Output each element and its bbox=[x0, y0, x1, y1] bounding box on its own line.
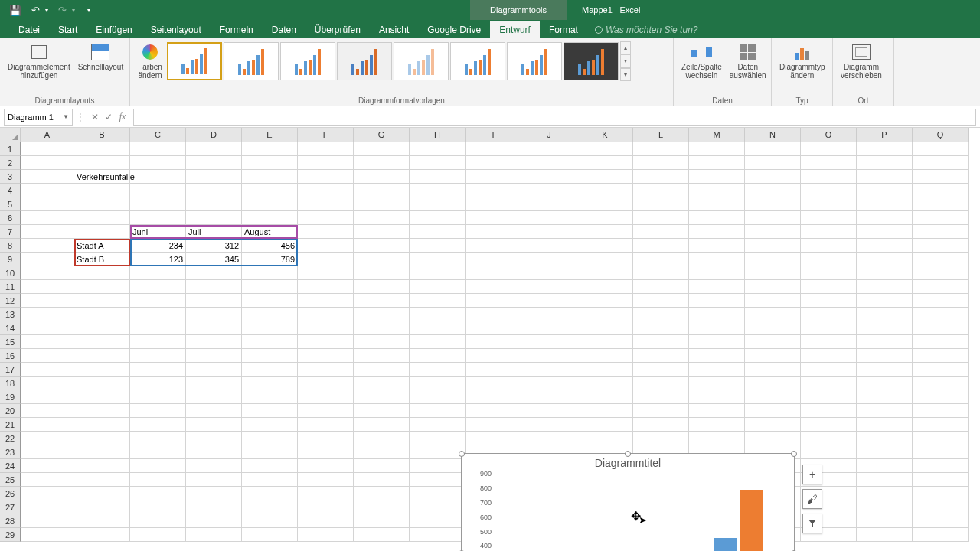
cell[interactable] bbox=[130, 390, 186, 404]
cell[interactable] bbox=[410, 377, 466, 390]
cell[interactable] bbox=[801, 308, 857, 321]
cell[interactable] bbox=[577, 211, 633, 225]
cell[interactable] bbox=[801, 184, 857, 197]
tell-me-search[interactable]: Was möchten Sie tun? bbox=[587, 21, 706, 38]
cell[interactable] bbox=[74, 197, 130, 211]
cell[interactable] bbox=[521, 432, 577, 445]
cell[interactable] bbox=[913, 418, 969, 432]
column-header[interactable]: O bbox=[801, 128, 857, 142]
cell[interactable] bbox=[130, 308, 186, 321]
cell[interactable] bbox=[521, 211, 577, 225]
cell[interactable] bbox=[913, 432, 969, 445]
cell[interactable] bbox=[21, 335, 74, 349]
cell[interactable] bbox=[298, 390, 354, 404]
cell[interactable] bbox=[857, 184, 913, 197]
cell[interactable] bbox=[130, 211, 186, 225]
cell[interactable] bbox=[298, 363, 354, 377]
cell[interactable] bbox=[354, 308, 410, 321]
gallery-scroll-down-icon[interactable]: ▾ bbox=[620, 54, 631, 67]
cell[interactable] bbox=[913, 459, 969, 473]
cell[interactable] bbox=[74, 225, 130, 239]
cell[interactable] bbox=[242, 184, 298, 197]
cell[interactable] bbox=[354, 280, 410, 294]
cell[interactable] bbox=[21, 239, 74, 253]
cell[interactable] bbox=[21, 308, 74, 321]
cell[interactable] bbox=[130, 156, 186, 170]
change-colors-button[interactable]: Farben ändern bbox=[135, 41, 165, 81]
cell[interactable] bbox=[913, 280, 969, 294]
cell[interactable] bbox=[577, 294, 633, 308]
row-header[interactable]: 10 bbox=[0, 266, 21, 280]
cell[interactable] bbox=[689, 404, 745, 418]
cell[interactable] bbox=[913, 184, 969, 197]
undo-icon[interactable]: ↶ bbox=[28, 2, 43, 18]
cell[interactable] bbox=[466, 280, 521, 294]
cell[interactable] bbox=[354, 473, 410, 487]
cell[interactable] bbox=[298, 432, 354, 445]
cell[interactable] bbox=[74, 473, 130, 487]
cell[interactable] bbox=[21, 197, 74, 211]
tab-start[interactable]: Start bbox=[49, 21, 87, 38]
cell[interactable] bbox=[242, 418, 298, 432]
cell[interactable] bbox=[298, 280, 354, 294]
cell[interactable] bbox=[410, 514, 466, 528]
cell[interactable] bbox=[21, 294, 74, 308]
tab-daten[interactable]: Daten bbox=[263, 21, 305, 38]
cell[interactable] bbox=[74, 445, 130, 459]
cell[interactable] bbox=[298, 197, 354, 211]
cell[interactable] bbox=[577, 142, 633, 156]
cell[interactable] bbox=[857, 500, 913, 514]
cell[interactable] bbox=[354, 170, 410, 184]
cell[interactable] bbox=[857, 418, 913, 432]
cell[interactable] bbox=[689, 418, 745, 432]
cell[interactable] bbox=[857, 253, 913, 266]
cell[interactable] bbox=[577, 253, 633, 266]
chart-plot-area[interactable]: 0100200300400500600700800900 bbox=[496, 474, 786, 551]
cell[interactable] bbox=[689, 225, 745, 239]
cell[interactable] bbox=[633, 308, 689, 321]
row-header[interactable]: 19 bbox=[0, 390, 21, 404]
column-header[interactable]: H bbox=[410, 128, 466, 142]
cell[interactable] bbox=[913, 390, 969, 404]
cell[interactable] bbox=[913, 473, 969, 487]
cell[interactable] bbox=[21, 266, 74, 280]
cell[interactable] bbox=[354, 156, 410, 170]
cell[interactable] bbox=[298, 528, 354, 542]
cell[interactable] bbox=[74, 459, 130, 473]
cell[interactable] bbox=[242, 432, 298, 445]
column-header[interactable]: B bbox=[74, 128, 130, 142]
cell[interactable] bbox=[521, 266, 577, 280]
cell[interactable] bbox=[857, 404, 913, 418]
cell[interactable] bbox=[689, 432, 745, 445]
spreadsheet-grid[interactable]: ABCDEFGHIJKLMNOPQ 1234567891011121314151… bbox=[0, 128, 980, 551]
cell[interactable] bbox=[745, 308, 801, 321]
cell[interactable] bbox=[466, 404, 521, 418]
cell[interactable] bbox=[689, 170, 745, 184]
cell[interactable] bbox=[21, 500, 74, 514]
cell[interactable] bbox=[410, 335, 466, 349]
cell[interactable] bbox=[521, 404, 577, 418]
cell[interactable] bbox=[745, 404, 801, 418]
tab-datei[interactable]: Datei bbox=[9, 21, 49, 38]
tab-ueberpruefen[interactable]: Überprüfen bbox=[305, 21, 370, 38]
cell[interactable] bbox=[633, 418, 689, 432]
cell[interactable] bbox=[298, 445, 354, 459]
cell[interactable] bbox=[186, 170, 242, 184]
column-header[interactable]: E bbox=[242, 128, 298, 142]
column-header[interactable]: N bbox=[745, 128, 801, 142]
row-header[interactable]: 14 bbox=[0, 321, 21, 335]
cell[interactable] bbox=[186, 266, 242, 280]
cell[interactable] bbox=[913, 170, 969, 184]
cell[interactable] bbox=[857, 459, 913, 473]
row-header[interactable]: 7 bbox=[0, 225, 21, 239]
row-header[interactable]: 28 bbox=[0, 514, 21, 528]
cell[interactable] bbox=[913, 211, 969, 225]
cell[interactable] bbox=[242, 459, 298, 473]
cell[interactable] bbox=[242, 514, 298, 528]
cell[interactable] bbox=[242, 280, 298, 294]
cell[interactable] bbox=[466, 156, 521, 170]
cell[interactable] bbox=[577, 418, 633, 432]
cell[interactable] bbox=[242, 404, 298, 418]
cell[interactable] bbox=[298, 377, 354, 390]
cell[interactable] bbox=[801, 211, 857, 225]
